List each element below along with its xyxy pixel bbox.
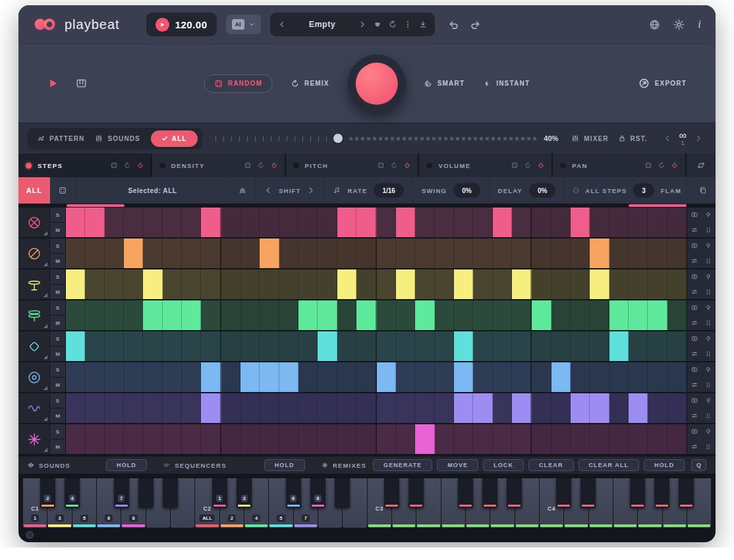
step-tom-22[interactable] [473, 362, 492, 392]
step-tom-11[interactable] [260, 362, 279, 392]
step-hihat-open-31[interactable] [648, 300, 667, 330]
step-hihat-closed-13[interactable] [298, 269, 318, 299]
step-hihat-closed-10[interactable] [240, 269, 260, 299]
step-snare-9[interactable] [221, 238, 240, 268]
step-tom-15[interactable] [337, 362, 356, 392]
drag-handle-icon[interactable] [702, 408, 716, 424]
step-kick-8[interactable] [201, 208, 221, 237]
step-hihat-open-25[interactable] [532, 300, 551, 330]
step-snare-15[interactable] [337, 238, 356, 268]
step-kick-27[interactable] [571, 208, 590, 237]
dice-icon[interactable] [111, 162, 117, 169]
step-clap-13[interactable] [298, 424, 318, 454]
randomness-slider[interactable]: 40% [212, 134, 563, 143]
clear-button[interactable]: CLEAR [528, 459, 574, 471]
step-snare-26[interactable] [551, 238, 571, 268]
step-clap-30[interactable] [629, 424, 648, 454]
step-tom-14[interactable] [318, 362, 337, 392]
step-wave-20[interactable] [435, 393, 454, 423]
step-hihat-open-3[interactable] [105, 300, 124, 330]
step-tom-16[interactable] [356, 362, 376, 392]
pattern-view-button[interactable]: PATTERN [37, 134, 84, 142]
solo-button-hihat-closed[interactable]: S [50, 269, 65, 285]
step-snare-18[interactable] [396, 238, 415, 268]
step-shaker-10[interactable] [240, 331, 260, 361]
step-hihat-closed-12[interactable] [279, 269, 298, 299]
solo-button-shaker[interactable]: S [50, 331, 65, 347]
step-hihat-closed-11[interactable] [260, 269, 279, 299]
step-kick-12[interactable] [279, 208, 298, 237]
step-snare-24[interactable] [512, 238, 532, 268]
step-clap-14[interactable] [318, 424, 337, 454]
random-button[interactable]: RANDOM [204, 74, 273, 93]
step-kick-28[interactable] [590, 208, 609, 237]
export-button[interactable]: EXPORT [638, 78, 687, 89]
piano-key-black[interactable]: 3 [237, 478, 252, 508]
mute-button-shaker[interactable]: M [50, 347, 65, 361]
step-snare-5[interactable] [143, 238, 162, 268]
step-wave-22[interactable] [473, 393, 492, 423]
step-clap-1[interactable] [66, 424, 85, 454]
step-wave-32[interactable] [667, 393, 687, 423]
clear-all-button[interactable]: CLEAR ALL [579, 459, 640, 471]
step-hihat-closed-24[interactable] [512, 269, 532, 299]
mirror-icon[interactable] [239, 186, 246, 194]
step-tom-5[interactable] [143, 362, 162, 392]
step-shaker-19[interactable] [415, 331, 434, 361]
dice-icon[interactable] [511, 162, 518, 169]
shift-left-button[interactable] [264, 186, 272, 194]
solo-button-kick[interactable]: S [50, 208, 65, 223]
step-clap-22[interactable] [473, 424, 492, 454]
step-wave-31[interactable] [648, 393, 667, 423]
step-clap-31[interactable] [648, 424, 667, 454]
step-hihat-closed-2[interactable] [85, 269, 104, 299]
step-kick-21[interactable] [454, 208, 473, 237]
power-icon[interactable] [538, 162, 544, 169]
step-shaker-4[interactable] [124, 331, 143, 361]
step-kick-2[interactable] [85, 208, 104, 237]
step-wave-21[interactable] [454, 393, 473, 423]
step-hihat-open-10[interactable] [240, 300, 260, 330]
tab-pan[interactable]: PAN [553, 154, 685, 177]
step-tom-19[interactable] [415, 362, 434, 392]
track-select-shaker[interactable] [18, 331, 50, 361]
step-clap-8[interactable] [201, 424, 221, 454]
track-settings-icon[interactable] [687, 254, 702, 269]
clear-track-icon[interactable] [687, 269, 702, 285]
step-hihat-open-6[interactable] [163, 300, 182, 330]
power-icon[interactable] [671, 162, 678, 169]
step-snare-3[interactable] [105, 238, 124, 268]
piano-key-black[interactable]: 6 [286, 478, 301, 508]
step-shaker-6[interactable] [163, 331, 182, 361]
note-icon[interactable] [333, 186, 341, 194]
step-shaker-30[interactable] [629, 331, 648, 361]
step-kick-18[interactable] [396, 208, 415, 237]
drag-handle-icon[interactable] [702, 316, 716, 331]
step-tom-12[interactable] [279, 362, 298, 392]
step-snare-17[interactable] [377, 238, 396, 268]
step-hihat-closed-30[interactable] [629, 269, 648, 299]
step-clap-24[interactable] [512, 424, 532, 454]
step-hihat-closed-23[interactable] [493, 269, 512, 299]
mute-button-tom[interactable]: M [50, 378, 65, 392]
step-hihat-closed-3[interactable] [105, 269, 124, 299]
step-shaker-16[interactable] [356, 331, 376, 361]
step-kick-24[interactable] [512, 208, 532, 237]
step-tom-24[interactable] [512, 362, 532, 392]
step-tom-1[interactable] [66, 362, 85, 392]
step-hihat-closed-15[interactable] [337, 269, 356, 299]
sync-all-button[interactable] [687, 154, 716, 177]
step-wave-13[interactable] [298, 393, 318, 423]
step-wave-18[interactable] [396, 393, 415, 423]
step-hihat-closed-8[interactable] [201, 269, 221, 299]
step-shaker-29[interactable] [609, 331, 629, 361]
piano-key-black[interactable] [556, 478, 571, 508]
loop-icon[interactable] [391, 162, 397, 169]
step-hihat-closed-32[interactable] [667, 269, 687, 299]
step-hihat-open-15[interactable] [337, 300, 356, 330]
step-snare-11[interactable] [260, 238, 279, 268]
step-clap-29[interactable] [609, 424, 629, 454]
piano-key-black[interactable] [482, 478, 497, 508]
step-hihat-closed-20[interactable] [435, 269, 454, 299]
preset-menu-icon[interactable] [404, 20, 412, 28]
